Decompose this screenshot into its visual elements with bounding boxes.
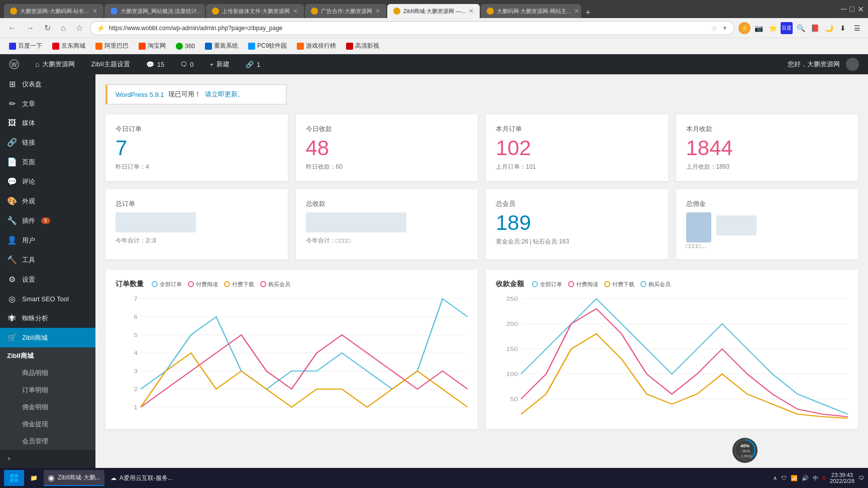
bookmark-reinstall[interactable]: 重装系统 bbox=[201, 40, 242, 52]
address-bar[interactable]: ⚡ https://www.wobbt.com/wp-admin/admin.p… bbox=[90, 21, 734, 35]
forward-button[interactable]: → bbox=[23, 22, 37, 35]
tab-close[interactable]: ✕ bbox=[469, 8, 474, 15]
bookmark-360[interactable]: 360 bbox=[172, 41, 199, 51]
bookmark-favicon bbox=[176, 43, 183, 50]
browser-tab-4[interactable]: 广告合作·大鹏资源网 ✕ bbox=[305, 4, 386, 18]
legend-label: 付费下载 bbox=[232, 281, 254, 288]
submenu-withdrawal[interactable]: 佣金提现 bbox=[0, 416, 95, 433]
stat-month-orders: 本月订单 102 上月订单：101 bbox=[486, 114, 668, 181]
sidebar-item-plugins[interactable]: 🔧 插件 9 bbox=[0, 211, 95, 230]
bookmark-button[interactable]: ☆ bbox=[73, 21, 86, 35]
sidebar-item-settings[interactable]: ⚙ 设置 bbox=[0, 270, 95, 289]
browser-tab-3[interactable]: 上传新媒体文件·大鹏资源网 ✕ bbox=[206, 4, 304, 18]
taskbar-up-arrow[interactable]: ∧ bbox=[773, 475, 777, 481]
reload-button[interactable]: ↻ bbox=[41, 21, 54, 35]
user-greeting-item[interactable]: 您好，大鹏资源网 bbox=[784, 54, 863, 74]
comment-pending-item[interactable]: 🗨 0 bbox=[176, 54, 197, 74]
links-item[interactable]: 🔗 1 bbox=[242, 54, 264, 74]
sidebar-add-button[interactable]: + bbox=[0, 450, 95, 467]
ime-indicator[interactable]: 中 bbox=[813, 474, 818, 482]
submenu-orders[interactable]: 订单明细 bbox=[0, 382, 95, 399]
start-button[interactable] bbox=[4, 470, 24, 486]
baidu-icon[interactable]: 百度 bbox=[781, 22, 793, 34]
tab-close[interactable]: ✕ bbox=[293, 8, 298, 15]
notification-icon[interactable]: 🗨 bbox=[858, 475, 864, 481]
browser-tab-1[interactable]: 大鹏资源网-大鹏码网-站长... ✕ bbox=[4, 4, 103, 18]
sidebar-item-seo[interactable]: ◎ Smart SEO Tool bbox=[0, 289, 95, 309]
bookmark-pc9[interactable]: PC9软件园 bbox=[244, 40, 291, 52]
browser-tab-2[interactable]: 大鹏资源网_网站概况·流量统计... ✕ bbox=[104, 4, 205, 18]
minimize-button[interactable]: ─ bbox=[841, 5, 846, 14]
tab-close[interactable]: ✕ bbox=[92, 8, 97, 15]
sidebar-item-label: 用户 bbox=[22, 236, 35, 245]
svg-text:1: 1 bbox=[134, 404, 138, 410]
close-button[interactable]: ✕ bbox=[857, 5, 864, 14]
update-link[interactable]: WordPress 5.9.1 bbox=[116, 91, 164, 98]
sidebar-item-tools[interactable]: 🔨 工具 bbox=[0, 250, 95, 270]
browser-tab-6[interactable]: 大鹏码网·大鹏资源网-网站主... ✕ bbox=[481, 4, 581, 18]
bookmark-jd[interactable]: 京东商城 bbox=[48, 40, 89, 52]
sidebar-item-appearance[interactable]: 🎨 外观 bbox=[0, 191, 95, 211]
user-greeting: 您好，大鹏资源网 bbox=[788, 60, 840, 69]
tab-favicon bbox=[311, 8, 318, 15]
plugins-badge: 9 bbox=[41, 217, 50, 224]
comments-item[interactable]: 💬 15 bbox=[142, 54, 168, 74]
new-tab-button[interactable]: + bbox=[582, 8, 594, 18]
bookmark-video[interactable]: 高清影视 bbox=[342, 40, 383, 52]
sidebar-item-links[interactable]: 🔗 链接 bbox=[0, 133, 95, 152]
bookmark-baidu[interactable]: 百度一下 bbox=[5, 40, 46, 52]
browser-tab-5[interactable]: ZibII商城·大鹏资源网 —... ✕ bbox=[387, 4, 480, 18]
taskbar-aiyong[interactable]: ☁ A爱用云互联-服务... bbox=[106, 470, 177, 486]
chevron-down-icon[interactable]: ▼ bbox=[722, 25, 728, 32]
new-content-item[interactable]: + 新建 bbox=[205, 54, 234, 74]
sidebar-submenu: ZibII商城 商品明细 订单明细 佣金明细 佣金提现 会员管理 bbox=[0, 347, 95, 450]
sidebar-item-users[interactable]: 👤 用户 bbox=[0, 230, 95, 250]
svg-text:6: 6 bbox=[134, 314, 138, 320]
pdf-icon[interactable]: 📕 bbox=[809, 22, 821, 34]
tab-close[interactable]: ✕ bbox=[574, 8, 579, 15]
stat-sub: 上月订单：101 bbox=[496, 163, 658, 171]
tab-close[interactable]: ✕ bbox=[204, 8, 205, 15]
bookmark-alibaba[interactable]: 阿里巴巴 bbox=[91, 40, 133, 52]
taskbar-chrome[interactable]: ◉ ZibII商城·大鹏... bbox=[44, 470, 104, 486]
extensions-icon[interactable]: ⚡ bbox=[738, 22, 750, 34]
chart-title: 订单数量 bbox=[116, 280, 144, 289]
star-toolbar-icon[interactable]: ⭐ bbox=[767, 22, 779, 34]
stat-label: 本月订单 bbox=[496, 125, 658, 134]
submenu-commission[interactable]: 佣金明细 bbox=[0, 399, 95, 416]
legend-label: 购买会员 bbox=[648, 281, 671, 288]
home-button[interactable]: ⌂ bbox=[58, 22, 69, 35]
bubble-icon: 💬 bbox=[146, 61, 154, 68]
ziib-settings-item[interactable]: ZibII主题设置 bbox=[87, 54, 134, 74]
site-name-item[interactable]: ⌂ 大鹏资源网 bbox=[31, 54, 79, 74]
svg-text:100: 100 bbox=[506, 371, 518, 377]
sidebar-item-ziib-shop[interactable]: 🛒 ZibII商城 bbox=[0, 328, 95, 347]
sidebar-item-spider[interactable]: 🕷 蜘蛛分析 bbox=[0, 309, 95, 328]
download-icon[interactable]: ⬇ bbox=[837, 22, 849, 34]
tab-favicon bbox=[10, 8, 17, 15]
star-icon[interactable]: ☆ bbox=[711, 24, 718, 32]
sidebar-item-label: 链接 bbox=[22, 138, 35, 147]
submenu-products[interactable]: 商品明细 bbox=[0, 364, 95, 382]
submenu-members[interactable]: 会员管理 bbox=[0, 433, 95, 450]
maximize-button[interactable]: □ bbox=[849, 5, 854, 14]
sidebar-item-posts[interactable]: ✏ 文章 bbox=[0, 94, 95, 113]
bookmark-taobao[interactable]: 淘宝网 bbox=[135, 40, 170, 52]
sidebar-item-pages[interactable]: 📄 页面 bbox=[0, 152, 95, 172]
sidebar-item-comments[interactable]: 💬 评论 bbox=[0, 172, 95, 191]
moon-icon[interactable]: 🌙 bbox=[823, 22, 835, 34]
wp-logo-item[interactable]: W bbox=[5, 54, 23, 74]
sidebar-item-media[interactable]: 🖼 媒体 bbox=[0, 113, 95, 133]
search-icon[interactable]: 🔍 bbox=[795, 22, 807, 34]
sidebar-item-dashboard[interactable]: ⊞ 仪表盘 bbox=[0, 74, 95, 94]
bookmark-games[interactable]: 游戏排行榜 bbox=[293, 40, 340, 52]
tab-title: 广告合作·大鹏资源网 bbox=[321, 8, 372, 15]
comments-icon: 💬 bbox=[7, 177, 17, 186]
update-action-link[interactable]: 请立即更新。 bbox=[205, 90, 244, 99]
taskbar-explorer[interactable]: 📁 bbox=[26, 470, 42, 486]
menu-icon[interactable]: ☰ bbox=[851, 22, 863, 34]
back-button[interactable]: ← bbox=[5, 22, 19, 35]
screenshot-icon[interactable]: 📷 bbox=[752, 22, 765, 34]
chart-header: 收款金额 全部订单 付费阅读 付费下载 bbox=[496, 280, 848, 289]
tab-close[interactable]: ✕ bbox=[375, 8, 380, 15]
